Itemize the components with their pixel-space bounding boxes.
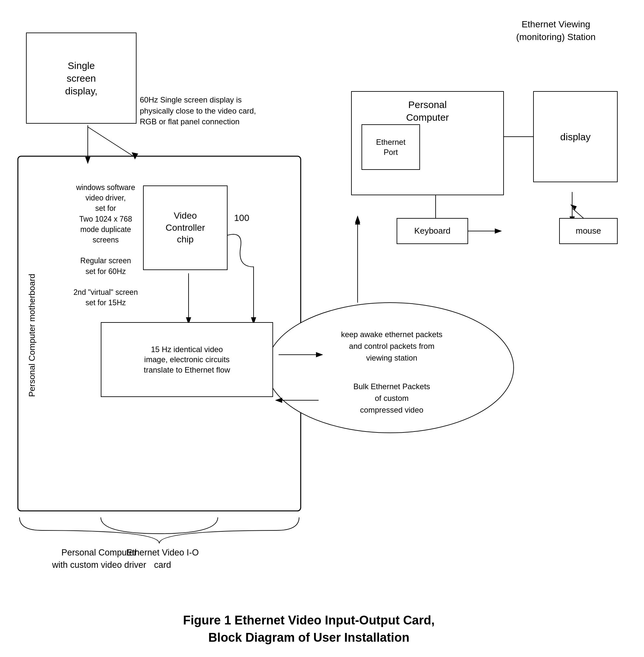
svg-marker-18 bbox=[85, 157, 90, 164]
personal-computer-top-box: Personal Computer Ethernet Port bbox=[351, 91, 504, 195]
caption: Figure 1 Ethernet Video Input-Output Car… bbox=[114, 612, 504, 646]
svg-marker-15 bbox=[495, 228, 502, 234]
svg-marker-25 bbox=[275, 398, 282, 403]
display-box: display bbox=[533, 91, 618, 182]
single-screen-box: Single screen display, bbox=[26, 32, 137, 124]
label-100: 100 bbox=[234, 212, 249, 224]
pc-motherboard-label: Personal Computer motherboard bbox=[19, 163, 45, 508]
ethernet-viewing-station-label: Ethernet Viewing (monitoring) Station bbox=[488, 18, 624, 43]
bulk-ethernet-label: Bulk Ethernet Packets of custom compress… bbox=[291, 381, 492, 416]
video-controller-box: Video Controller chip bbox=[143, 185, 228, 270]
video-flow-box: 15 Hz identical video image, electronic … bbox=[101, 322, 273, 397]
diagram-container: Single screen display, 60Hz Single scree… bbox=[0, 0, 644, 657]
keyboard-box: Keyboard bbox=[397, 218, 468, 244]
svg-line-0 bbox=[88, 127, 133, 156]
ethernet-port-box: Ethernet Port bbox=[362, 124, 420, 170]
single-screen-note: 60Hz Single screen display is physically… bbox=[140, 94, 302, 127]
ethernet-video-card-label: Ethernet Video I-O card bbox=[101, 547, 224, 571]
mouse-box: mouse bbox=[559, 218, 618, 244]
keep-awake-label: keep awake ethernet packets and control … bbox=[291, 329, 492, 364]
